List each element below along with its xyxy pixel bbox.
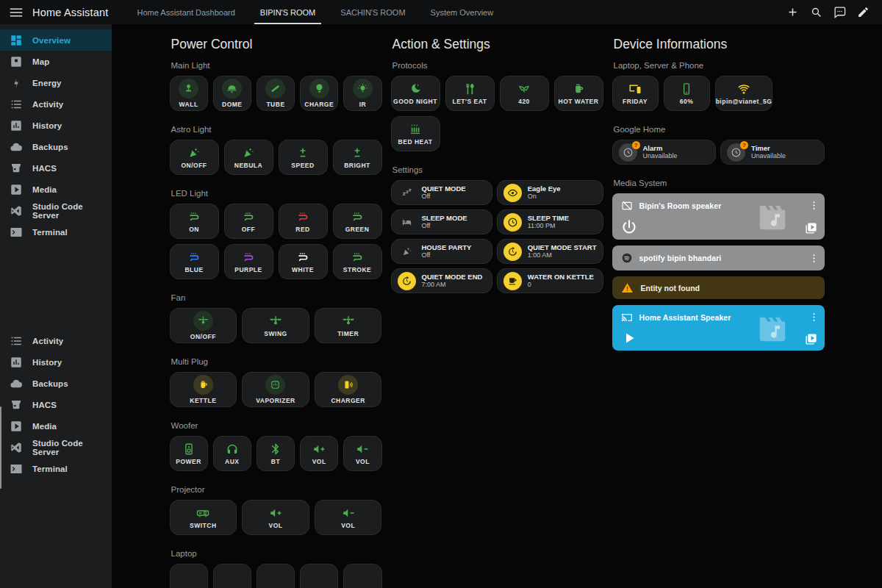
button-swing[interactable]: SWING: [242, 308, 309, 343]
button-good-night[interactable]: GOOD NIGHT: [391, 76, 440, 111]
sidebar-item-backups[interactable]: Backups: [0, 373, 112, 394]
sidebar-item-studio-code-server[interactable]: Studio Code Server: [0, 437, 112, 458]
menu-icon[interactable]: [8, 4, 24, 21]
tab-home-assistant-dashboard[interactable]: Home Assistant Dashboard: [125, 0, 248, 24]
button-nebula[interactable]: NEBULA: [224, 140, 273, 175]
button-bt[interactable]: BT: [257, 436, 295, 471]
button-dome[interactable]: DOME: [213, 76, 251, 111]
setting-tile-eagle-eye[interactable]: Eagle EyeOn: [497, 180, 603, 205]
browse-media-button[interactable]: [805, 222, 817, 234]
sidebar-item-terminal[interactable]: Terminal: [0, 458, 112, 479]
button-green[interactable]: GREEN: [333, 204, 382, 239]
button-let-s-eat[interactable]: LET'S EAT: [445, 76, 495, 111]
tab-system-overview[interactable]: System Overview: [418, 0, 506, 24]
google-home-card-alarm[interactable]: ?AlarmUnavailable: [612, 140, 717, 165]
search-button[interactable]: [808, 5, 823, 20]
button-vol[interactable]: VOL: [300, 436, 338, 471]
button-power[interactable]: POWER: [170, 436, 208, 471]
button-purple[interactable]: PURPLE: [224, 244, 273, 279]
button-ir[interactable]: IR: [343, 76, 381, 111]
button-white[interactable]: WHITE: [279, 244, 328, 279]
setting-tile-quiet-mode[interactable]: QUIET MODEOff: [391, 180, 492, 205]
sidebar-item-overview[interactable]: Overview: [0, 29, 112, 51]
button-on-off[interactable]: ON/OFF: [170, 140, 219, 175]
media-player-card-home-assistant-speaker[interactable]: Home Assistant Speaker: [612, 305, 825, 351]
button-bright[interactable]: BRIGHT: [333, 140, 382, 175]
sidebar-item-map[interactable]: Map: [0, 51, 112, 72]
media-player-card-spotify-bipin-bhandari[interactable]: spotify bipin bhandari: [612, 245, 825, 270]
sidebar-scrollbar[interactable]: [0, 406, 1, 489]
sidebar-item-activity[interactable]: Activity: [0, 330, 112, 351]
button-switch[interactable]: SWITCH: [170, 500, 237, 535]
edit-button[interactable]: [856, 5, 870, 20]
button-wall[interactable]: WALL: [170, 76, 208, 111]
button-item[interactable]: [343, 564, 381, 588]
button-grid: GOOD NIGHTLET'S EAT420HOT WATERBED HEAT: [391, 76, 603, 151]
more-options-button[interactable]: [808, 199, 820, 211]
media-power-button[interactable]: [620, 218, 638, 236]
button-420[interactable]: 420: [500, 76, 549, 111]
sidebar-item-history[interactable]: History: [0, 115, 112, 136]
tab-bipin-s-room[interactable]: BIPIN'S ROOM: [248, 0, 328, 24]
setting-value: 7:00 AM: [422, 281, 483, 289]
button-timer[interactable]: TIMER: [315, 308, 382, 343]
sidebar-item-terminal[interactable]: Terminal: [0, 221, 112, 243]
button-vol[interactable]: VOL: [343, 436, 381, 471]
setting-value: Off: [422, 222, 467, 230]
browse-media-button[interactable]: [805, 333, 817, 345]
button-blue[interactable]: BLUE: [170, 244, 219, 279]
button-on[interactable]: ON: [170, 204, 219, 239]
google-home-card-timer[interactable]: ?TimerUnavailable: [720, 140, 825, 165]
button-vol[interactable]: VOL: [242, 500, 309, 535]
tab-sachin-s-room[interactable]: SACHIN'S ROOM: [328, 0, 417, 24]
button-tube[interactable]: TUBE: [257, 76, 295, 111]
sidebar-item-backups[interactable]: Backups: [0, 136, 112, 157]
setting-value: Off: [422, 193, 466, 201]
more-options-button[interactable]: [808, 252, 820, 264]
button-60[interactable]: 60%: [664, 76, 710, 111]
sidebar-item-studio-code-server[interactable]: Studio Code Server: [0, 200, 112, 221]
button-item[interactable]: [213, 564, 251, 588]
speaker-icon: [182, 442, 196, 456]
setting-tile-quiet-mode-start[interactable]: QUIET MODE START1:00 AM: [497, 239, 603, 264]
media-play-button[interactable]: [620, 329, 638, 347]
comment-button[interactable]: [832, 5, 847, 20]
setting-tile-quiet-mode-end[interactable]: QUIET MODE END7:00 AM: [391, 268, 492, 293]
setting-tile-sleep-mode[interactable]: SLEEP MODEOff: [391, 209, 492, 234]
media-player-card-bipin-s-room-speaker[interactable]: Bipin's Room speaker: [612, 193, 825, 240]
sidebar-item-history[interactable]: History: [0, 351, 112, 373]
party-icon: [398, 243, 416, 261]
sidebar-item-hacs[interactable]: HACS: [0, 394, 112, 415]
button-red[interactable]: RED: [279, 204, 328, 239]
sidebar-item-media[interactable]: Media: [0, 179, 112, 200]
sidebar-item-media[interactable]: Media: [0, 415, 112, 437]
sidebar-item-energy[interactable]: Energy: [0, 72, 112, 93]
button-item[interactable]: [170, 564, 208, 588]
button-item[interactable]: [300, 564, 338, 588]
setting-tile-sleep-time[interactable]: SLEEP TIME11:00 PM: [497, 209, 603, 234]
button-vaporizer[interactable]: VAPORIZER: [242, 372, 309, 407]
sidebar-item-activity[interactable]: Activity: [0, 93, 112, 115]
button-item[interactable]: [257, 564, 295, 588]
more-options-button[interactable]: [808, 311, 820, 323]
button-aux[interactable]: AUX: [213, 436, 251, 471]
add-button[interactable]: [785, 5, 800, 20]
button-label: PURPLE: [234, 266, 262, 273]
button-bipin-vianet-5g[interactable]: bipin@vianet_5G: [715, 76, 773, 111]
vscode-icon: [10, 441, 23, 454]
button-kettle[interactable]: KETTLE: [170, 372, 237, 407]
button-charger[interactable]: CHARGER: [315, 372, 382, 407]
button-stroke[interactable]: STROKE: [333, 244, 382, 279]
setting-tile-water-on-kettle[interactable]: WATER ON KETTLE0: [497, 268, 603, 293]
sidebar-item-hacs[interactable]: HACS: [0, 157, 112, 179]
button-vol[interactable]: VOL: [315, 500, 382, 535]
button-charge[interactable]: CHARGE: [300, 76, 338, 111]
button-friday[interactable]: FRIDAY: [612, 76, 659, 111]
setting-tile-house-party[interactable]: HOUSE PARTYOff: [391, 239, 492, 264]
button-off[interactable]: OFF: [224, 204, 273, 239]
button-hot-water[interactable]: HOT WATER: [554, 76, 603, 111]
button-bed-heat[interactable]: BED HEAT: [391, 116, 440, 151]
sidebar-item-label: Terminal: [32, 228, 68, 237]
button-speed[interactable]: SPEED: [279, 140, 328, 175]
button-on-off[interactable]: ON/OFF: [170, 308, 237, 343]
